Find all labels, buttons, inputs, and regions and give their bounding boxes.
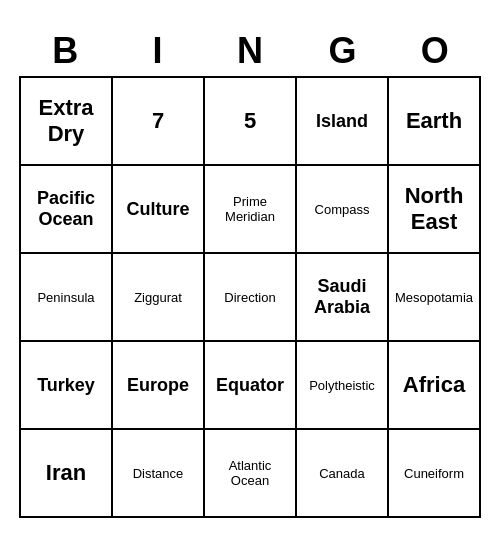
cell-4-1: Distance bbox=[112, 429, 204, 517]
cell-3-3: Polytheistic bbox=[296, 341, 388, 429]
cell-2-1: Ziggurat bbox=[112, 253, 204, 341]
cell-1-4: North East bbox=[388, 165, 480, 253]
header-letter-g: G bbox=[296, 26, 388, 76]
bingo-header: BINGO bbox=[19, 26, 481, 76]
grid-row-3: TurkeyEuropeEquatorPolytheisticAfrica bbox=[20, 341, 480, 429]
grid-row-1: Pacific OceanCulturePrime MeridianCompas… bbox=[20, 165, 480, 253]
cell-4-0: Iran bbox=[20, 429, 112, 517]
cell-0-3: Island bbox=[296, 77, 388, 165]
cell-1-1: Culture bbox=[112, 165, 204, 253]
cell-1-0: Pacific Ocean bbox=[20, 165, 112, 253]
grid-row-4: IranDistanceAtlantic OceanCanadaCuneifor… bbox=[20, 429, 480, 517]
cell-2-0: Peninsula bbox=[20, 253, 112, 341]
cell-0-4: Earth bbox=[388, 77, 480, 165]
header-letter-b: B bbox=[19, 26, 111, 76]
header-letter-o: O bbox=[389, 26, 481, 76]
header-letter-i: I bbox=[111, 26, 203, 76]
cell-3-4: Africa bbox=[388, 341, 480, 429]
cell-3-0: Turkey bbox=[20, 341, 112, 429]
cell-0-0: Extra Dry bbox=[20, 77, 112, 165]
cell-2-4: Mesopotamia bbox=[388, 253, 480, 341]
cell-0-2: 5 bbox=[204, 77, 296, 165]
cell-4-3: Canada bbox=[296, 429, 388, 517]
cell-1-2: Prime Meridian bbox=[204, 165, 296, 253]
header-letter-n: N bbox=[204, 26, 296, 76]
grid-row-2: PeninsulaZigguratDirectionSaudi ArabiaMe… bbox=[20, 253, 480, 341]
cell-4-4: Cuneiform bbox=[388, 429, 480, 517]
cell-2-3: Saudi Arabia bbox=[296, 253, 388, 341]
grid-row-0: Extra Dry75IslandEarth bbox=[20, 77, 480, 165]
cell-3-2: Equator bbox=[204, 341, 296, 429]
cell-3-1: Europe bbox=[112, 341, 204, 429]
cell-1-3: Compass bbox=[296, 165, 388, 253]
cell-4-2: Atlantic Ocean bbox=[204, 429, 296, 517]
cell-0-1: 7 bbox=[112, 77, 204, 165]
bingo-grid: Extra Dry75IslandEarthPacific OceanCultu… bbox=[19, 76, 481, 518]
cell-2-2: Direction bbox=[204, 253, 296, 341]
